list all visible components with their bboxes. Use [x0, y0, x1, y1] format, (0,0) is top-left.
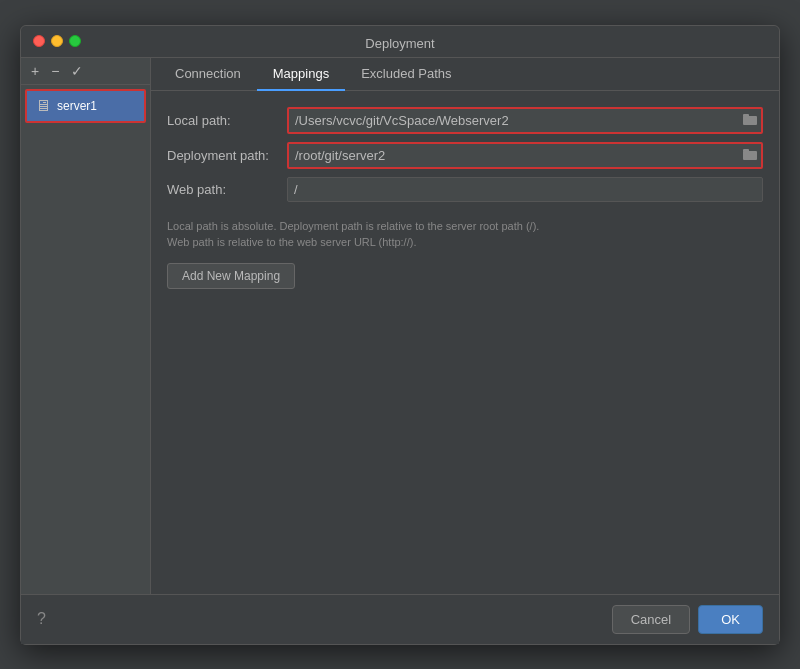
tab-mappings[interactable]: Mappings [257, 58, 345, 91]
deployment-path-input-wrapper [287, 142, 763, 169]
cancel-button[interactable]: Cancel [612, 605, 690, 634]
deployment-path-label: Deployment path: [167, 148, 287, 163]
traffic-lights [33, 35, 81, 47]
confirm-button[interactable]: ✓ [67, 62, 87, 80]
hint-text: Local path is absolute. Deployment path … [167, 218, 763, 251]
local-path-input[interactable] [287, 107, 763, 134]
svg-rect-1 [743, 114, 749, 117]
close-button[interactable] [33, 35, 45, 47]
web-path-row: Web path: [167, 177, 763, 202]
web-path-label: Web path: [167, 182, 287, 197]
dialog-title: Deployment [365, 36, 434, 51]
add-server-button[interactable]: + [27, 62, 43, 80]
deployment-path-input[interactable] [287, 142, 763, 169]
web-path-input-wrapper [287, 177, 763, 202]
tab-connection[interactable]: Connection [159, 58, 257, 91]
tabs: Connection Mappings Excluded Paths [151, 58, 779, 91]
deployment-path-row: Deployment path: [167, 142, 763, 169]
dialog-footer: ? Cancel OK [21, 594, 779, 644]
remove-server-button[interactable]: − [47, 62, 63, 80]
server-icon: 🖥 [35, 97, 51, 115]
svg-rect-2 [743, 151, 757, 160]
title-bar: Deployment [21, 26, 779, 58]
sidebar: + − ✓ 🖥 server1 [21, 58, 151, 594]
mappings-tab-content: Local path: Deployment path: [151, 91, 779, 594]
sidebar-toolbar: + − ✓ [21, 58, 150, 85]
minimize-button[interactable] [51, 35, 63, 47]
server-item[interactable]: 🖥 server1 [25, 89, 146, 123]
ok-button[interactable]: OK [698, 605, 763, 634]
svg-rect-3 [743, 149, 749, 152]
dialog-content: + − ✓ 🖥 server1 Connection Mappings Excl… [21, 58, 779, 594]
svg-rect-0 [743, 116, 757, 125]
help-icon[interactable]: ? [37, 610, 46, 628]
maximize-button[interactable] [69, 35, 81, 47]
tab-excluded-paths[interactable]: Excluded Paths [345, 58, 467, 91]
main-panel: Connection Mappings Excluded Paths Local… [151, 58, 779, 594]
local-path-row: Local path: [167, 107, 763, 134]
deployment-path-folder-button[interactable] [739, 145, 761, 165]
local-path-input-wrapper [287, 107, 763, 134]
local-path-folder-button[interactable] [739, 110, 761, 130]
add-new-mapping-button[interactable]: Add New Mapping [167, 263, 295, 289]
deployment-dialog: Deployment + − ✓ 🖥 server1 Connection Ma… [20, 25, 780, 645]
web-path-input[interactable] [287, 177, 763, 202]
local-path-label: Local path: [167, 113, 287, 128]
server-label: server1 [57, 99, 97, 113]
footer-buttons: Cancel OK [612, 605, 763, 634]
